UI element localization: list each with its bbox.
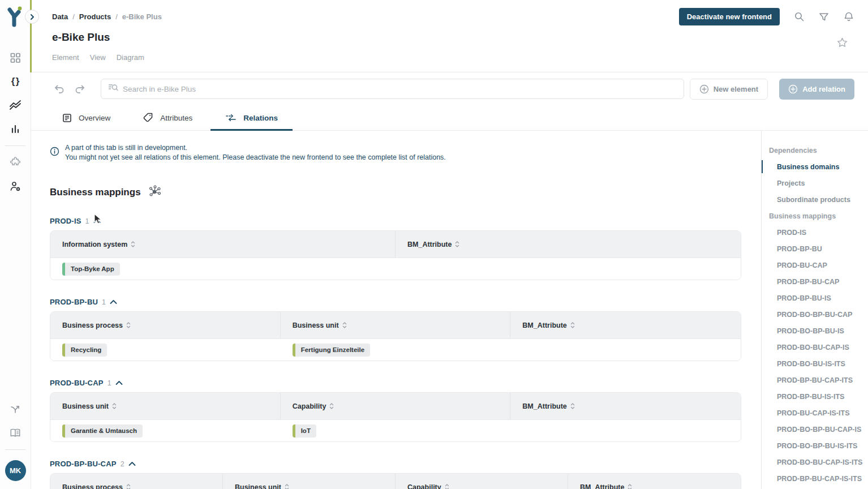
sort-icon [445,483,449,489]
molecule-icon[interactable] [149,185,161,199]
search-input[interactable] [123,85,677,93]
relations-table: Business process Business unit BM_Attrib… [50,311,741,361]
column-header[interactable]: BM_Attribute [396,231,741,258]
column-header[interactable]: Business unit [50,393,281,419]
new-element-button[interactable]: New element [690,79,768,100]
column-header[interactable]: Capability [396,474,568,489]
section-count: 2 [121,460,124,468]
section-prod-bu-cap: PROD-BU-CAP 1 Business unit Capability B… [50,379,741,442]
dashboard-grid-icon[interactable] [0,46,31,70]
section-prod-bp-bu: PROD-BP-BU 1 Business process Business u… [50,298,741,361]
favorite-star-icon[interactable] [837,37,848,50]
toc-item-prod-bp-bu-is[interactable]: PROD-BP-BU-IS [769,290,868,306]
sort-icon [570,402,575,410]
toc-item-projects[interactable]: Projects [769,175,868,191]
section-toggle[interactable]: PROD-IS 1 [50,217,741,225]
info-icon [50,147,59,162]
toc-item-prod-bo-bu-cap-is[interactable]: PROD-BO-BU-CAP-IS [769,339,868,355]
element-chip[interactable]: IoT [293,424,316,437]
table-header-row: Information system BM_Attribute [50,231,741,258]
sort-icon [112,402,117,410]
split-arrow-icon[interactable] [0,397,31,421]
relations-table: Business unit Capability BM_Attribute Ga… [50,392,741,442]
toc-item-prod-bo-bp-bu-is[interactable]: PROD-BO-BP-BU-IS [769,323,868,339]
relations-content: A part of this tab is still in developme… [31,131,761,489]
app-logo[interactable] [5,6,25,29]
table-header-row: Business process Business unit BM_Attrib… [50,312,741,339]
undo-icon[interactable] [52,82,67,96]
toc-item-business-domains[interactable]: Business domains [769,158,868,175]
breadcrumb-separator: / [72,12,75,21]
breadcrumb-products[interactable]: Products [79,12,111,21]
toc-item-subordinate-products[interactable]: Subordinate products [769,191,868,208]
breadcrumb-data[interactable]: Data [52,12,68,21]
toc-item-prod-bo-bp-bu-is-its[interactable]: PROD-BO-BP-BU-IS-ITS [769,437,868,454]
toc-item-prod-bo-bp-bu-cap-is[interactable]: PROD-BO-BP-BU-CAP-IS [769,421,868,437]
section-toggle[interactable]: PROD-BP-BU-CAP 2 [50,460,741,468]
menu-element[interactable]: Element [52,53,79,62]
sort-icon [342,321,347,329]
sort-icon [126,321,131,329]
toc-item-prod-bp-bu-is-its[interactable]: PROD-BP-BU-IS-ITS [769,388,868,405]
toc-item-prod-bo-bu-is-its[interactable]: PROD-BO-BU-IS-ITS [769,355,868,372]
section-toggle[interactable]: PROD-BU-CAP 1 [50,379,741,387]
sort-icon [329,402,334,410]
column-header[interactable]: BM_Attribute [568,474,741,489]
column-header[interactable]: Capability [281,393,511,419]
tab-overview[interactable]: Overview [48,105,125,130]
toc-item-prod-bp-bu[interactable]: PROD-BP-BU [769,241,868,257]
filter-icon[interactable] [818,11,830,23]
toc-item-prod-bp-bu-cap-is-its[interactable]: PROD-BP-BU-CAP-IS-ITS [769,470,868,487]
element-chip[interactable]: Recycling [62,344,107,357]
breadcrumb-separator: / [115,12,118,21]
table-row: Recycling Fertigung Einzelteile [50,339,741,361]
toc-item-prod-bo-bu-cap-is-its[interactable]: PROD-BO-BU-CAP-IS-ITS [769,454,868,470]
tab-relations[interactable]: Relations [210,105,293,130]
section-toggle[interactable]: PROD-BP-BU 1 [50,298,741,306]
column-header[interactable]: Business unit [281,312,511,338]
toc-item-prod-bp-bu-cap-its[interactable]: PROD-BP-BU-CAP-ITS [769,372,868,388]
tab-overview-label: Overview [79,114,110,122]
section-id: PROD-BU-CAP [50,379,104,387]
menu-diagram[interactable]: Diagram [117,53,144,62]
add-relation-label: Add relation [802,85,845,93]
deactivate-new-frontend-button[interactable]: Deactivate new frontend [679,8,780,25]
bell-icon[interactable] [843,11,854,23]
column-header[interactable]: Business unit [223,474,396,489]
puzzle-icon[interactable] [0,151,31,174]
sort-icon [131,241,135,248]
column-header[interactable]: BM_Attribute [510,393,741,419]
analytics-lines-icon[interactable] [0,93,31,117]
menu-view[interactable]: View [90,53,106,62]
bar-chart-icon[interactable] [0,117,31,141]
book-icon[interactable] [0,421,31,445]
relations-table: Business process Business unit Capabilit… [50,473,741,489]
add-relation-button[interactable]: Add relation [779,79,854,100]
toc-item-prod-bu-cap[interactable]: PROD-BU-CAP [769,257,868,273]
toc-item-prod-bp-bu-cap[interactable]: PROD-BP-BU-CAP [769,273,868,290]
tab-attributes[interactable]: Attributes [128,105,207,130]
column-header[interactable]: Information system [50,231,396,258]
sort-icon [285,483,289,489]
sidebar-collapse-button[interactable] [25,10,39,24]
column-header[interactable]: Business process [50,474,223,489]
section-id: PROD-IS [50,217,81,225]
toc-item-prod-bu-cap-is-its[interactable]: PROD-BU-CAP-IS-ITS [769,405,868,421]
code-braces-icon[interactable]: { } [0,70,31,93]
search-icon[interactable] [793,11,805,23]
element-search-box[interactable] [101,79,684,99]
element-chip[interactable]: Fertigung Einzelteile [293,344,370,357]
redo-icon[interactable] [72,82,87,96]
toc-item-prod-is[interactable]: PROD-IS [769,224,868,241]
toc-item-prod-bo-bp-bu-cap-is-its[interactable]: PROD-BO-BP-BU-CAP-IS-ITS [769,487,868,489]
element-chip[interactable]: Garantie & Umtausch [62,424,143,437]
user-settings-icon[interactable] [0,174,31,198]
column-header[interactable]: Business process [50,312,281,338]
element-menubar: Element View Diagram [52,53,868,62]
element-chip[interactable]: Top-Byke App [62,263,120,276]
column-header[interactable]: BM_Attribute [510,312,741,338]
app-window: { } [0,0,868,489]
user-avatar[interactable]: MK [5,460,26,481]
sort-icon [455,241,459,248]
toc-item-prod-bo-bp-bu-cap[interactable]: PROD-BO-BP-BU-CAP [769,306,868,323]
